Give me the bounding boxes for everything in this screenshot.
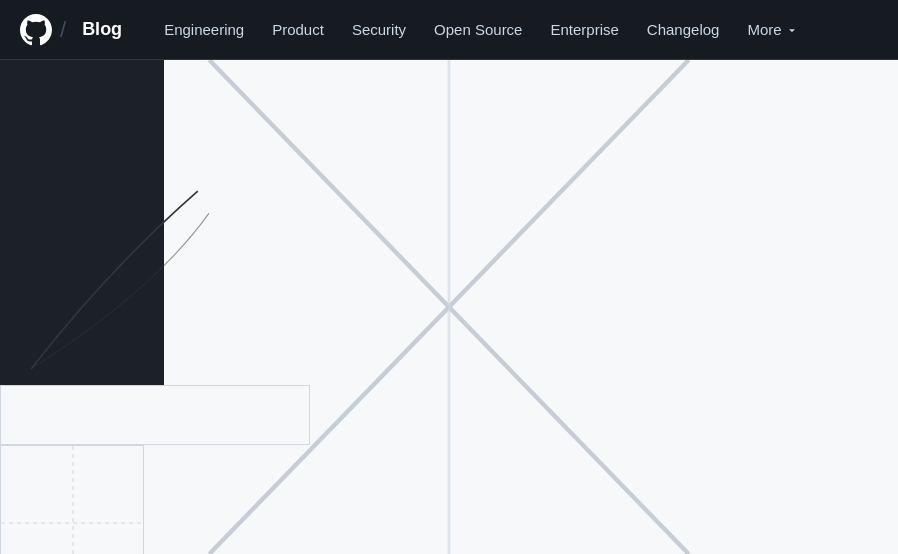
github-logo-icon [20,14,52,46]
nav-separator: / [60,17,66,43]
nav-item-opensource[interactable]: Open Source [422,21,534,39]
nav-link-product[interactable]: Product [260,15,336,44]
nav-item-engineering[interactable]: Engineering [152,21,256,39]
nav-link-changelog[interactable]: Changelog [635,15,732,44]
chevron-down-icon [786,24,798,36]
main-nav: / Blog Engineering Product Security Open… [0,0,898,60]
logo-area[interactable]: / Blog [20,14,122,46]
main-content [0,60,898,554]
nav-item-enterprise[interactable]: Enterprise [538,21,630,39]
nav-link-opensource[interactable]: Open Source [422,15,534,44]
nav-link-security[interactable]: Security [340,15,418,44]
nav-item-changelog[interactable]: Changelog [635,21,732,39]
nav-link-enterprise[interactable]: Enterprise [538,15,630,44]
nav-links-list: Engineering Product Security Open Source… [152,15,809,44]
nav-link-more[interactable]: More [735,15,809,44]
nav-item-more[interactable]: More [735,15,809,44]
nav-item-product[interactable]: Product [260,21,336,39]
nav-link-engineering[interactable]: Engineering [152,15,256,44]
blog-title: Blog [82,19,122,40]
nav-item-security[interactable]: Security [340,21,418,39]
